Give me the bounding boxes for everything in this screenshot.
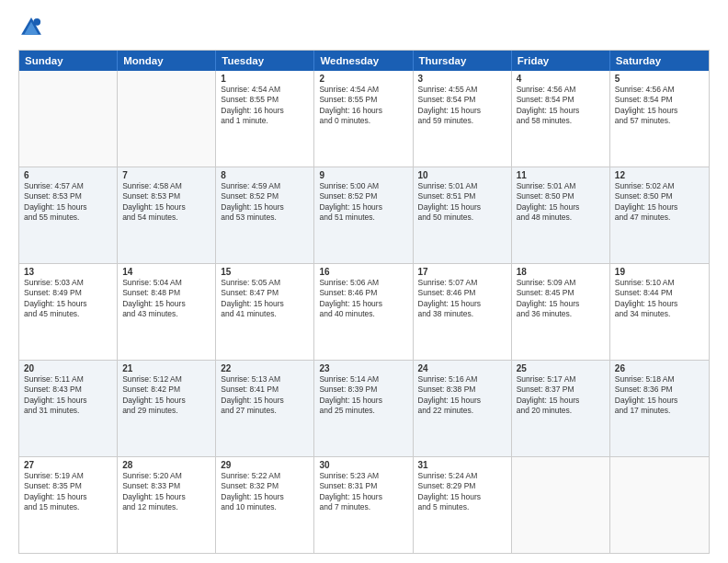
calendar-cell: 6Sunrise: 4:57 AM Sunset: 8:53 PM Daylig… xyxy=(19,167,118,263)
calendar-cell: 10Sunrise: 5:01 AM Sunset: 8:51 PM Dayli… xyxy=(414,167,512,263)
calendar-cell: 16Sunrise: 5:06 AM Sunset: 8:46 PM Dayli… xyxy=(314,264,413,360)
calendar-row: 6Sunrise: 4:57 AM Sunset: 8:53 PM Daylig… xyxy=(19,167,709,263)
day-info: Sunrise: 5:01 AM Sunset: 8:50 PM Dayligh… xyxy=(517,181,605,224)
day-number: 1 xyxy=(221,74,309,84)
calendar-cell xyxy=(610,457,709,553)
calendar-cell: 7Sunrise: 4:58 AM Sunset: 8:53 PM Daylig… xyxy=(118,167,216,263)
day-number: 4 xyxy=(517,74,605,84)
calendar-header: SundayMondayTuesdayWednesdayThursdayFrid… xyxy=(19,51,709,71)
day-info: Sunrise: 5:22 AM Sunset: 8:32 PM Dayligh… xyxy=(221,471,309,513)
day-number: 8 xyxy=(221,170,309,180)
calendar-cell: 4Sunrise: 4:56 AM Sunset: 8:54 PM Daylig… xyxy=(512,71,610,167)
day-info: Sunrise: 5:24 AM Sunset: 8:29 PM Dayligh… xyxy=(418,471,506,513)
calendar-cell: 23Sunrise: 5:14 AM Sunset: 8:39 PM Dayli… xyxy=(314,361,413,456)
day-info: Sunrise: 5:06 AM Sunset: 8:46 PM Dayligh… xyxy=(319,278,407,320)
day-number: 13 xyxy=(24,267,112,277)
day-info: Sunrise: 4:57 AM Sunset: 8:53 PM Dayligh… xyxy=(24,181,112,224)
day-number: 28 xyxy=(122,460,210,470)
day-number: 11 xyxy=(517,170,605,180)
day-info: Sunrise: 4:56 AM Sunset: 8:54 PM Dayligh… xyxy=(517,85,605,127)
svg-point-2 xyxy=(33,18,40,26)
weekday-header: Tuesday xyxy=(216,51,314,71)
calendar-cell: 30Sunrise: 5:23 AM Sunset: 8:31 PM Dayli… xyxy=(314,457,413,553)
day-info: Sunrise: 5:03 AM Sunset: 8:49 PM Dayligh… xyxy=(24,278,112,320)
day-number: 21 xyxy=(122,363,210,373)
day-number: 12 xyxy=(615,170,704,180)
day-info: Sunrise: 5:23 AM Sunset: 8:31 PM Dayligh… xyxy=(319,471,407,513)
day-info: Sunrise: 5:07 AM Sunset: 8:46 PM Dayligh… xyxy=(418,278,506,320)
calendar-cell: 2Sunrise: 4:54 AM Sunset: 8:55 PM Daylig… xyxy=(314,71,413,167)
calendar-row: 20Sunrise: 5:11 AM Sunset: 8:43 PM Dayli… xyxy=(19,360,709,456)
day-number: 22 xyxy=(221,363,309,373)
calendar-cell: 12Sunrise: 5:02 AM Sunset: 8:50 PM Dayli… xyxy=(610,167,709,263)
day-info: Sunrise: 5:13 AM Sunset: 8:41 PM Dayligh… xyxy=(221,374,309,417)
calendar-cell: 9Sunrise: 5:00 AM Sunset: 8:52 PM Daylig… xyxy=(314,167,413,263)
calendar-cell: 21Sunrise: 5:12 AM Sunset: 8:42 PM Dayli… xyxy=(118,361,216,456)
day-number: 17 xyxy=(418,267,506,277)
day-number: 7 xyxy=(122,170,210,180)
day-number: 14 xyxy=(122,267,210,277)
day-number: 5 xyxy=(615,74,704,84)
calendar-cell: 3Sunrise: 4:55 AM Sunset: 8:54 PM Daylig… xyxy=(414,71,512,167)
day-info: Sunrise: 5:12 AM Sunset: 8:42 PM Dayligh… xyxy=(122,374,210,417)
day-info: Sunrise: 4:54 AM Sunset: 8:55 PM Dayligh… xyxy=(319,85,407,127)
day-number: 6 xyxy=(24,170,112,180)
day-number: 16 xyxy=(319,267,407,277)
day-info: Sunrise: 5:17 AM Sunset: 8:37 PM Dayligh… xyxy=(517,374,605,417)
day-number: 2 xyxy=(319,74,407,84)
weekday-header: Monday xyxy=(118,51,216,71)
day-info: Sunrise: 5:11 AM Sunset: 8:43 PM Dayligh… xyxy=(24,374,112,417)
day-number: 27 xyxy=(24,460,112,470)
calendar-row: 1Sunrise: 4:54 AM Sunset: 8:55 PM Daylig… xyxy=(19,71,709,167)
calendar-cell: 31Sunrise: 5:24 AM Sunset: 8:29 PM Dayli… xyxy=(414,457,512,553)
calendar-cell: 28Sunrise: 5:20 AM Sunset: 8:33 PM Dayli… xyxy=(118,457,216,553)
day-number: 20 xyxy=(24,363,112,373)
calendar-cell: 1Sunrise: 4:54 AM Sunset: 8:55 PM Daylig… xyxy=(216,71,314,167)
weekday-header: Wednesday xyxy=(314,51,413,71)
day-info: Sunrise: 5:16 AM Sunset: 8:38 PM Dayligh… xyxy=(418,374,506,417)
day-number: 9 xyxy=(319,170,407,180)
day-info: Sunrise: 4:58 AM Sunset: 8:53 PM Dayligh… xyxy=(122,181,210,224)
day-info: Sunrise: 5:02 AM Sunset: 8:50 PM Dayligh… xyxy=(615,181,704,224)
calendar-cell xyxy=(19,71,118,167)
day-number: 18 xyxy=(517,267,605,277)
day-number: 23 xyxy=(319,363,407,373)
day-info: Sunrise: 5:00 AM Sunset: 8:52 PM Dayligh… xyxy=(319,181,407,224)
day-number: 24 xyxy=(418,363,506,373)
day-info: Sunrise: 5:18 AM Sunset: 8:36 PM Dayligh… xyxy=(615,374,704,417)
calendar-cell: 20Sunrise: 5:11 AM Sunset: 8:43 PM Dayli… xyxy=(19,361,118,456)
calendar-row: 27Sunrise: 5:19 AM Sunset: 8:35 PM Dayli… xyxy=(19,456,709,553)
day-number: 30 xyxy=(319,460,407,470)
day-number: 26 xyxy=(615,363,704,373)
day-number: 3 xyxy=(418,74,506,84)
calendar-cell: 8Sunrise: 4:59 AM Sunset: 8:52 PM Daylig… xyxy=(216,167,314,263)
day-info: Sunrise: 5:04 AM Sunset: 8:48 PM Dayligh… xyxy=(122,278,210,320)
calendar-cell: 19Sunrise: 5:10 AM Sunset: 8:44 PM Dayli… xyxy=(610,264,709,360)
calendar-cell xyxy=(512,457,610,553)
calendar-cell: 14Sunrise: 5:04 AM Sunset: 8:48 PM Dayli… xyxy=(118,264,216,360)
calendar-cell: 18Sunrise: 5:09 AM Sunset: 8:45 PM Dayli… xyxy=(512,264,610,360)
calendar-cell: 29Sunrise: 5:22 AM Sunset: 8:32 PM Dayli… xyxy=(216,457,314,553)
calendar-cell: 17Sunrise: 5:07 AM Sunset: 8:46 PM Dayli… xyxy=(414,264,512,360)
calendar-cell: 25Sunrise: 5:17 AM Sunset: 8:37 PM Dayli… xyxy=(512,361,610,456)
day-info: Sunrise: 5:19 AM Sunset: 8:35 PM Dayligh… xyxy=(24,471,112,513)
calendar-cell: 27Sunrise: 5:19 AM Sunset: 8:35 PM Dayli… xyxy=(19,457,118,553)
day-number: 10 xyxy=(418,170,506,180)
weekday-header: Saturday xyxy=(610,51,709,71)
weekday-header: Friday xyxy=(512,51,610,71)
day-info: Sunrise: 4:59 AM Sunset: 8:52 PM Dayligh… xyxy=(221,181,309,224)
calendar-cell: 13Sunrise: 5:03 AM Sunset: 8:49 PM Dayli… xyxy=(19,264,118,360)
day-info: Sunrise: 4:54 AM Sunset: 8:55 PM Dayligh… xyxy=(221,85,309,127)
day-info: Sunrise: 4:55 AM Sunset: 8:54 PM Dayligh… xyxy=(418,85,506,127)
calendar-cell: 26Sunrise: 5:18 AM Sunset: 8:36 PM Dayli… xyxy=(610,361,709,456)
calendar-cell: 24Sunrise: 5:16 AM Sunset: 8:38 PM Dayli… xyxy=(414,361,512,456)
calendar-cell: 5Sunrise: 4:56 AM Sunset: 8:54 PM Daylig… xyxy=(610,71,709,167)
day-number: 31 xyxy=(418,460,506,470)
day-info: Sunrise: 5:09 AM Sunset: 8:45 PM Dayligh… xyxy=(517,278,605,320)
logo xyxy=(18,15,48,40)
day-number: 19 xyxy=(615,267,704,277)
day-number: 25 xyxy=(517,363,605,373)
calendar: SundayMondayTuesdayWednesdayThursdayFrid… xyxy=(18,50,710,554)
day-info: Sunrise: 4:56 AM Sunset: 8:54 PM Dayligh… xyxy=(615,85,704,127)
calendar-cell: 15Sunrise: 5:05 AM Sunset: 8:47 PM Dayli… xyxy=(216,264,314,360)
